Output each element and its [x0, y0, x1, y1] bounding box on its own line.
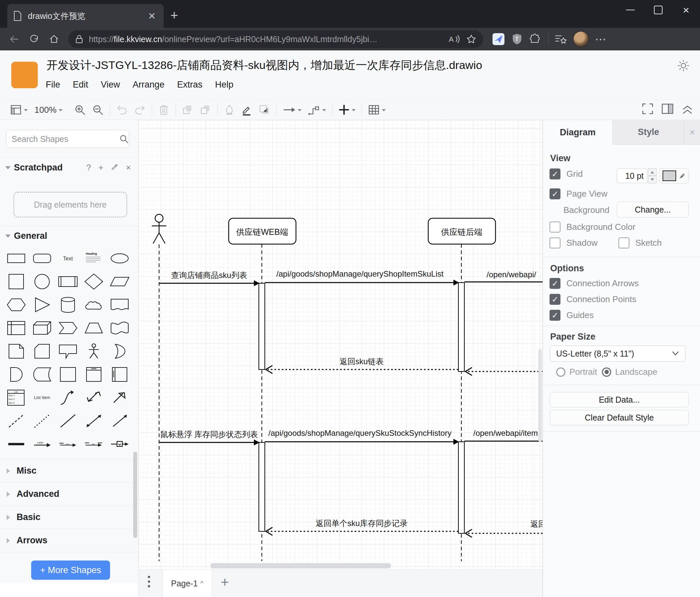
extensions-puzzle-icon[interactable] — [529, 33, 541, 45]
message-label[interactable]: 鼠标悬浮 库存同步状态列表 — [160, 429, 258, 440]
expand-triangle-icon[interactable] — [7, 492, 12, 497]
expand-triangle-icon[interactable] — [7, 515, 12, 520]
extension-blue-icon[interactable] — [492, 32, 505, 46]
shape-rounded-rectangle[interactable] — [29, 247, 55, 270]
message-label[interactable]: 返回sku链表 — [340, 356, 383, 367]
shape-arrow-with-box[interactable] — [107, 432, 132, 456]
message-label[interactable]: 查询店铺商品sku列表 — [171, 270, 247, 281]
shape-diamond[interactable] — [81, 270, 107, 293]
shape-tape[interactable] — [107, 316, 132, 340]
insert-button[interactable] — [339, 104, 356, 115]
shape-parallelogram[interactable] — [107, 270, 132, 293]
shape-circle[interactable] — [29, 270, 55, 293]
shape-document[interactable] — [107, 293, 132, 316]
sketch-checkbox[interactable] — [619, 237, 629, 248]
scratchpad-close-icon[interactable]: × — [126, 163, 131, 173]
zoom-level[interactable]: 100% — [34, 105, 57, 115]
to-front-button[interactable] — [182, 104, 194, 116]
shape-actor[interactable] — [81, 340, 107, 363]
shape-container[interactable] — [55, 363, 81, 386]
browser-tab[interactable]: drawio文件预览 ✕ — [7, 4, 164, 28]
message-label[interactable]: /api/goods/shopManage/querySkuStockSyncH… — [269, 429, 451, 438]
expand-triangle-icon[interactable] — [7, 538, 12, 543]
shape-process[interactable] — [55, 270, 81, 293]
shape-trapezoid[interactable] — [81, 316, 107, 340]
search-icon[interactable] — [119, 134, 129, 144]
browser-menu-icon[interactable]: ⋯ — [595, 32, 607, 46]
shape-data-storage[interactable] — [29, 363, 55, 386]
menu-arrange[interactable]: Arrange — [132, 79, 165, 90]
scratchpad-dropzone[interactable]: Drag elements here — [13, 192, 127, 218]
expand-triangle-icon[interactable] — [7, 468, 12, 474]
page-view-button[interactable] — [10, 104, 28, 115]
connection-style-button[interactable] — [282, 104, 302, 115]
tab-close-icon[interactable]: ✕ — [146, 10, 158, 22]
address-bar[interactable]: https://file.kkview.cn/onlinePreview?url… — [68, 30, 483, 48]
scratchpad-edit-icon[interactable] — [111, 163, 119, 173]
zoom-in-button[interactable] — [74, 104, 86, 116]
new-tab-button[interactable]: + — [170, 9, 178, 22]
actor-shape[interactable] — [152, 214, 166, 243]
page-view-checkbox[interactable]: ✓ — [550, 188, 560, 199]
portrait-radio[interactable] — [556, 367, 566, 377]
shape-directional-connector[interactable] — [107, 409, 132, 432]
portrait-option[interactable]: Portrait — [556, 367, 597, 377]
background-color-checkbox[interactable] — [550, 221, 560, 233]
scratchpad-help-icon[interactable]: ? — [86, 163, 91, 173]
to-back-button[interactable] — [200, 104, 211, 116]
scratchpad-add-icon[interactable]: + — [98, 163, 103, 173]
collapse-triangle-icon[interactable] — [5, 166, 10, 172]
connection-points-checkbox[interactable]: ✓ — [550, 294, 560, 305]
paper-size-select[interactable]: US-Letter (8,5" x 11") — [550, 345, 685, 361]
message-label[interactable]: /open/webapi/ — [486, 270, 536, 279]
menu-help[interactable]: Help — [215, 79, 234, 90]
close-button[interactable]: × — [672, 0, 700, 20]
shape-arrow-outline[interactable] — [107, 386, 132, 409]
fill-color-button[interactable] — [224, 104, 235, 116]
lifelines[interactable] — [159, 244, 461, 561]
minimize-button[interactable] — [617, 0, 644, 20]
shape-hexagon[interactable] — [3, 293, 29, 316]
scratchpad-header[interactable]: Scratchpad ? + × — [0, 157, 138, 178]
shape-arrow-mid-label[interactable] — [55, 432, 81, 456]
shield-extension-icon[interactable]: T — [511, 33, 523, 45]
pages-menu-icon[interactable] — [148, 576, 150, 588]
grid-size-stepper[interactable] — [648, 168, 656, 184]
undo-button[interactable] — [116, 104, 128, 115]
maximize-button[interactable] — [644, 0, 672, 20]
shape-cloud[interactable] — [81, 293, 107, 316]
message-label[interactable]: /open/webapi/item — [473, 429, 538, 438]
shadow-button[interactable] — [258, 104, 270, 116]
shape-line[interactable] — [55, 409, 81, 432]
theme-toggle-icon[interactable] — [676, 58, 691, 73]
shape-dotted-line[interactable] — [29, 409, 55, 432]
fullscreen-icon[interactable] — [641, 102, 654, 115]
shape-and[interactable] — [3, 363, 29, 386]
shape-triangle[interactable] — [29, 293, 55, 316]
grid-size-input[interactable] — [617, 168, 647, 183]
step-down-icon[interactable] — [648, 176, 656, 184]
format-panel-toggle-icon[interactable] — [661, 103, 674, 115]
menu-view[interactable]: View — [101, 79, 120, 90]
shape-ellipse[interactable] — [107, 247, 132, 270]
grid-color-button[interactable] — [659, 168, 689, 184]
clear-default-style-button[interactable]: Clear Default Style — [550, 410, 689, 425]
background-change-button[interactable]: Change... — [617, 202, 689, 218]
return-messages[interactable] — [268, 369, 543, 533]
shape-text[interactable]: Text — [55, 247, 81, 270]
collections-icon[interactable] — [554, 33, 567, 45]
panel-close-icon[interactable]: × — [684, 120, 700, 145]
favorite-star-icon[interactable] — [466, 34, 477, 44]
shape-square[interactable] — [3, 270, 29, 293]
more-shapes-button[interactable]: + More Shapes — [31, 560, 110, 580]
section-general[interactable]: General — [0, 225, 138, 246]
page-tab-caret-icon[interactable]: ^ — [201, 580, 203, 588]
landscape-option[interactable]: Landscape — [602, 367, 657, 377]
table-button[interactable] — [368, 104, 386, 115]
message-label[interactable]: /api/goods/shopManage/queryShopItemSkuLi… — [276, 269, 444, 279]
back-icon[interactable] — [9, 33, 20, 45]
section-advanced[interactable]: Advanced — [0, 482, 138, 505]
page-tab[interactable]: Page-1 ^ — [162, 570, 212, 597]
shape-search-box[interactable] — [6, 130, 129, 148]
participant-label[interactable]: 供应链WEB端 — [236, 226, 289, 237]
